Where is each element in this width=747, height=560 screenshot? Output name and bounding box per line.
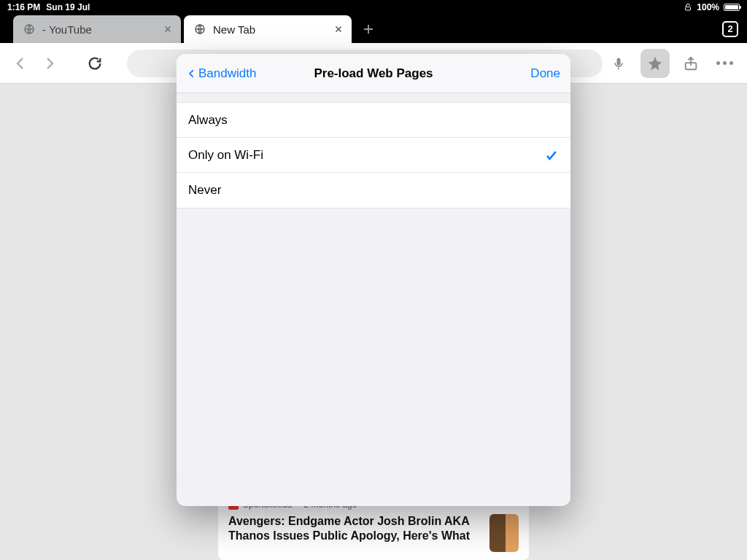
close-icon[interactable] [162,23,174,35]
svg-rect-0 [686,7,691,11]
forward-button[interactable] [39,53,60,74]
tab-title: New Tab [213,23,325,36]
battery-percent: 100% [697,2,719,12]
feed-thumbnail [489,514,519,552]
status-bar: 1:16 PM Sun 19 Jul 100% [0,0,747,15]
tab-title: - YouTube [42,23,155,36]
orientation-lock-icon [684,3,692,12]
overflow-menu-button[interactable] [712,51,737,76]
option-label: Never [188,183,221,198]
tab-counter[interactable]: 2 [722,21,738,37]
tab-strip: - YouTube New Tab 2 [0,15,747,43]
globe-icon [194,23,206,35]
checkmark-icon [544,148,559,163]
modal-header: Bandwidth Pre-load Web Pages Done [177,54,570,93]
chevron-left-icon [187,66,197,81]
settings-modal: Bandwidth Pre-load Web Pages Done Always… [177,54,570,506]
back-button[interactable] [10,53,31,74]
option-label: Only on Wi-Fi [188,148,263,163]
feed-headline: Avengers: Endgame Actor Josh Brolin AKA … [228,514,481,543]
modal-back-label: Bandwidth [198,66,256,81]
modal-done-button[interactable]: Done [530,66,560,81]
close-icon[interactable] [333,23,344,35]
share-button[interactable] [678,51,703,76]
modal-back-button[interactable]: Bandwidth [187,66,256,81]
option-label: Always [188,113,228,128]
tab-new-tab[interactable]: New Tab [184,15,352,43]
options-list: Always Only on Wi-Fi Never [177,102,570,209]
mic-icon[interactable] [611,56,632,71]
battery-icon [724,4,740,11]
dots-icon [716,61,733,65]
option-only-wifi[interactable]: Only on Wi-Fi [177,138,570,173]
bookmark-button[interactable] [640,49,670,78]
globe-icon [23,23,35,35]
status-date: Sun 19 Jul [46,2,90,12]
status-time: 1:16 PM [7,2,40,12]
option-never[interactable]: Never [177,173,570,208]
tab-youtube[interactable]: - YouTube [13,15,181,43]
option-always[interactable]: Always [177,103,570,138]
reload-button[interactable] [85,53,105,74]
new-tab-button[interactable] [355,15,382,43]
svg-rect-3 [617,58,621,65]
